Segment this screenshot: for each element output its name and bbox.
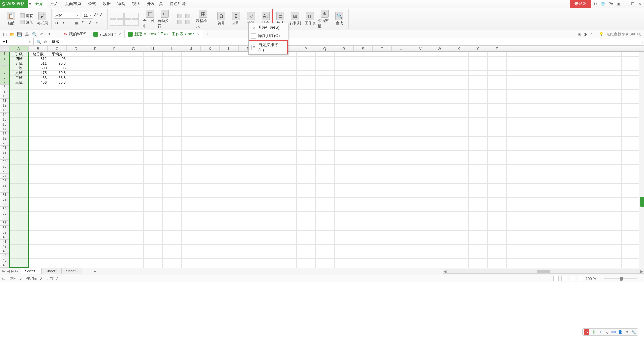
border-button[interactable]: ▦ [74,20,80,26]
menu-insert[interactable]: 插入 [47,0,62,8]
redo-icon[interactable]: ↷ [46,32,52,37]
col-header-Y[interactable]: Y [468,46,487,51]
align-top-left[interactable] [110,13,116,19]
ime-settings-icon[interactable]: ⚙ [624,329,630,335]
menu-formula[interactable]: 公式 [85,0,99,8]
row-header-16[interactable]: 16 [0,122,9,127]
menu-data[interactable]: 数据 [99,0,114,8]
name-box-dropdown-icon[interactable]: ▾ [29,40,31,44]
view-read-icon[interactable] [578,276,583,281]
zoom-in-icon[interactable]: + [640,277,642,281]
ime-tool-icon[interactable]: 🔧 [631,329,636,335]
row-header-13[interactable]: 13 [0,108,9,113]
italic-button[interactable]: I [60,20,66,26]
save-icon[interactable]: 💾 [17,32,22,37]
cell-C4[interactable]: 95 [48,66,67,70]
col-header-U[interactable]: U [392,46,411,51]
print-icon[interactable]: 🖶 [24,32,30,37]
font-name-combo[interactable]: 宋体▾ [54,12,80,19]
scrollbar-thumb[interactable] [537,270,550,273]
clear-button[interactable]: ◇ [94,20,100,26]
ime-keyboard-icon[interactable]: ⌨ [611,329,616,335]
align-bottom-left[interactable] [110,19,116,26]
currency-button[interactable] [176,13,183,19]
row-header-22[interactable]: 22 [0,150,9,155]
cell-B3[interactable]: 511 [29,61,48,66]
minimize-icon[interactable]: — [624,2,628,6]
align-bottom-right[interactable] [124,19,131,26]
command-search[interactable]: 点此查找命令 (Alt+Q) [606,32,641,37]
name-box[interactable]: A1▾ [0,38,34,45]
col-header-K[interactable]: K [201,46,220,51]
fn-search-icon[interactable]: 🔍 [36,40,41,44]
row-header-32[interactable]: 32 [0,197,9,202]
align-indent-inc[interactable] [132,13,139,19]
cell-B4[interactable]: 500 [29,66,48,70]
formula-input[interactable]: 班级 [50,39,639,45]
cell-B1[interactable]: 总分数 [29,52,48,56]
font-size-combo[interactable]: 11▾ [82,12,93,19]
row-header-26[interactable]: 26 [0,169,9,174]
col-header-P[interactable]: P [296,46,315,51]
sheet-tab-3[interactable]: Sheet3 [62,268,82,274]
row-header-29[interactable]: 29 [0,183,9,188]
col-header-L[interactable]: L [220,46,239,51]
row-header-12[interactable]: 12 [0,103,9,108]
ime-logo-icon[interactable]: S [584,329,589,335]
sort-asc-item[interactable]: A↑升序排序(S) [249,23,288,32]
row-header-19[interactable]: 19 [0,136,9,141]
row-header-30[interactable]: 30 [0,188,9,193]
row-header-24[interactable]: 24 [0,160,9,164]
font-increase-button[interactable]: A⁺ [93,12,99,18]
select-all-corner[interactable] [0,46,9,51]
thousands-button[interactable] [184,13,192,19]
view-normal-icon[interactable] [553,276,559,281]
merge-button[interactable]: ⬚合并居中 [143,9,157,29]
app-menu-dropdown[interactable]: ▾ [28,2,32,6]
sheet-next-icon[interactable]: ▶ [11,269,14,273]
status-book-icon[interactable]: ▭ [2,276,5,281]
cell-A6[interactable]: 二班 [9,75,29,80]
cell-C1[interactable]: 平均分 [48,52,67,56]
cell-C7[interactable]: 85.3 [48,80,67,85]
sheet-first-icon[interactable]: ⏮ [2,269,6,273]
row-header-34[interactable]: 34 [0,207,9,211]
zoom-knob[interactable] [620,277,623,281]
sheet-more[interactable]: ⋯ [82,269,91,273]
underline-button[interactable]: U [67,20,73,26]
cell-A3[interactable]: 五班 [9,61,29,66]
cell-A1[interactable]: 班级 [9,52,29,56]
row-header-5[interactable]: 5 [0,70,9,75]
cell-B7[interactable]: 456 [29,80,48,85]
fill-color-button[interactable]: ⬚ [80,20,87,26]
row-header-9[interactable]: 9 [0,89,9,94]
sort-custom-item[interactable]: ⚙自定义排序(U)... [249,40,288,54]
row-header-2[interactable]: 2 [0,56,9,61]
cell-A5[interactable]: 六班 [9,70,29,75]
col-header-B[interactable]: B [29,46,48,51]
cloud-icon[interactable]: ◑ [584,32,587,36]
row-header-39[interactable]: 39 [0,230,9,235]
format-painter-button[interactable]: 🖌格式刷 [35,9,49,29]
sheet-tab-2[interactable]: Sheet2 [41,268,62,274]
cell-B2[interactable]: 512 [29,56,48,61]
zoom-out-icon[interactable]: − [599,277,601,281]
row-header-33[interactable]: 33 [0,202,9,207]
ime-lang-icon[interactable]: 中 [591,329,596,335]
col-header-W[interactable]: W [430,46,449,51]
align-indent-dec[interactable] [132,19,139,26]
align-top-right[interactable] [124,13,131,19]
col-header-T[interactable]: T [373,46,392,51]
row-header-23[interactable]: 23 [0,155,9,160]
paste-button[interactable]: 📋粘贴 [4,9,18,29]
row-header-42[interactable]: 42 [0,244,9,249]
row-header-44[interactable]: 44 [0,254,9,258]
row-header-46[interactable]: 46 [0,263,9,268]
row-header-15[interactable]: 15 [0,117,9,122]
menu-page-layout[interactable]: 页面布局 [62,0,85,8]
cell-B5[interactable]: 475 [29,70,48,75]
col-header-Z[interactable]: Z [487,46,506,51]
doc-tab-718[interactable]: 7.18.xls *× [90,30,124,38]
decimals-button[interactable] [184,19,192,25]
doc-tab-mywps[interactable]: W我的WPS [60,30,90,38]
